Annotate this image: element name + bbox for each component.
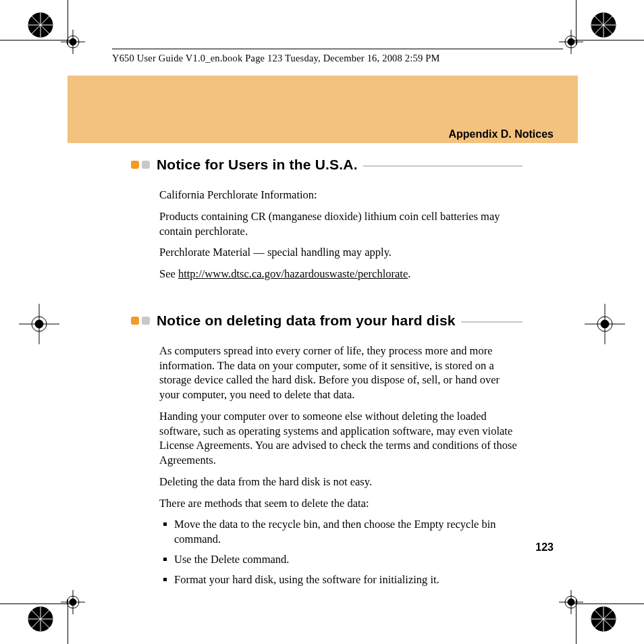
heading-rule — [461, 321, 522, 323]
svg-point-40 — [597, 317, 612, 331]
svg-line-12 — [595, 16, 612, 34]
header-rule — [112, 49, 563, 49]
svg-point-23 — [67, 596, 79, 608]
paragraph: Handing your computer over to someone el… — [159, 409, 522, 468]
registration-mark-icon — [20, 0, 95, 69]
appendix-title: Appendix D. Notices — [448, 128, 554, 140]
registration-mark-icon — [578, 297, 632, 351]
crop-mark-icon — [0, 603, 72, 604]
heading-bullets-icon — [131, 161, 150, 169]
paragraph: California Perchlorate Information: — [159, 188, 522, 203]
content-area: Notice for Users in the U.S.A. Californi… — [131, 157, 522, 618]
svg-line-30 — [595, 610, 612, 628]
registration-mark-icon — [20, 575, 95, 644]
list-item: Use the Delete command. — [159, 552, 522, 567]
crop-mark-icon — [572, 603, 644, 604]
list-item: Format your hard disk, using the softwar… — [159, 572, 522, 587]
see-prefix: See — [159, 267, 178, 280]
svg-point-24 — [70, 599, 76, 606]
section-title: Notice on deleting data from your hard d… — [157, 313, 456, 329]
svg-point-41 — [601, 320, 609, 328]
crop-mark-icon — [68, 0, 68, 45]
registration-mark-icon — [549, 0, 624, 69]
crop-mark-icon — [576, 599, 576, 644]
svg-point-18 — [28, 607, 53, 631]
registration-mark-icon — [549, 575, 624, 644]
section-usa-notice: Notice for Users in the U.S.A. Californi… — [131, 157, 522, 281]
svg-line-31 — [595, 610, 612, 628]
svg-point-9 — [591, 13, 616, 37]
svg-line-22 — [32, 610, 49, 628]
methods-list: Move the data to the recycle bin, and th… — [159, 517, 522, 587]
crop-mark-icon — [572, 40, 644, 41]
running-header: Y650 User Guide V1.0_en.book Page 123 Tu… — [112, 53, 440, 64]
svg-line-3 — [32, 16, 49, 34]
section-heading: Notice for Users in the U.S.A. — [131, 157, 522, 173]
svg-point-5 — [67, 36, 79, 48]
svg-line-21 — [32, 610, 49, 628]
paragraph: See http://www.dtsc.ca.gov/hazardouswast… — [159, 267, 522, 281]
paragraph: As computers spread into every corner of… — [159, 344, 522, 402]
section-body: California Perchlorate Information: Prod… — [159, 188, 522, 281]
svg-point-33 — [568, 599, 574, 606]
section-heading: Notice on deleting data from your hard d… — [131, 313, 522, 329]
paragraph: There are methods that seem to delete th… — [159, 496, 522, 511]
see-suffix: . — [408, 267, 410, 280]
crop-mark-icon — [0, 40, 72, 41]
svg-point-36 — [32, 317, 47, 331]
svg-line-4 — [32, 16, 49, 34]
page-number: 123 — [535, 541, 554, 554]
paragraph: Deleting the data from the hard disk is … — [159, 475, 522, 489]
document-page: Y650 User Guide V1.0_en.book Page 123 Tu… — [0, 0, 644, 644]
heading-bullets-icon — [131, 317, 150, 325]
section-body: As computers spread into every corner of… — [159, 344, 522, 587]
svg-point-27 — [591, 607, 616, 631]
section-title: Notice for Users in the U.S.A. — [157, 157, 358, 173]
paragraph: Perchlorate Material — special handling … — [159, 245, 522, 260]
svg-point-37 — [35, 320, 43, 328]
svg-point-0 — [28, 13, 53, 37]
paragraph: Products containing CR (manganese dioxid… — [159, 209, 522, 239]
heading-rule — [363, 165, 522, 167]
perchlorate-link[interactable]: http://www.dtsc.ca.gov/hazardouswaste/pe… — [178, 267, 408, 280]
list-item: Move the data to the recycle bin, and th… — [159, 517, 522, 547]
svg-line-13 — [595, 16, 612, 34]
crop-mark-icon — [576, 0, 576, 45]
crop-mark-icon — [68, 599, 68, 644]
registration-mark-icon — [12, 297, 66, 351]
section-delete-data: Notice on deleting data from your hard d… — [131, 313, 522, 587]
